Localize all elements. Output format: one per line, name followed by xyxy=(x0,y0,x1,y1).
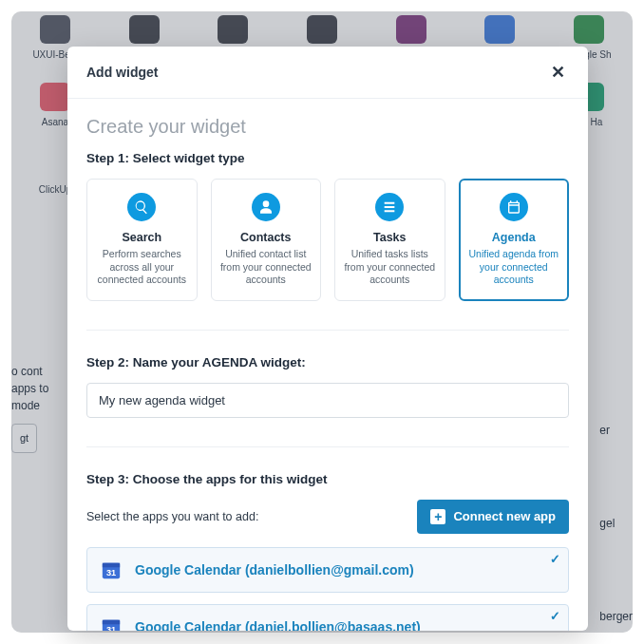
modal-subtitle: Create your widget xyxy=(86,116,569,138)
svg-text:31: 31 xyxy=(106,624,116,631)
apps-list: ✓31Google Calendar (danielbollien@gmail.… xyxy=(86,547,569,631)
checkmark-icon: ✓ xyxy=(550,552,560,566)
app-label: Google Calendar (daniel.bollien@basaas.n… xyxy=(135,619,421,631)
widget-type-search[interactable]: SearchPerform searches across all your c… xyxy=(86,179,198,301)
card-title: Contacts xyxy=(240,231,291,244)
card-desc: Unified tasks lists from your connected … xyxy=(343,248,437,287)
widget-name-input[interactable] xyxy=(86,383,569,418)
svg-rect-4 xyxy=(103,620,120,625)
google-calendar-icon: 31 xyxy=(101,559,122,580)
modal-header: Add widget ✕ xyxy=(67,47,588,99)
step3-subrow: Select the apps you want to add: + Conne… xyxy=(86,500,569,534)
google-calendar-icon: 31 xyxy=(101,616,122,631)
widget-type-cards: SearchPerform searches across all your c… xyxy=(86,179,569,301)
close-icon[interactable]: ✕ xyxy=(547,60,569,85)
checkmark-icon: ✓ xyxy=(550,609,560,623)
section-divider xyxy=(86,330,569,331)
step3-subtext: Select the apps you want to add: xyxy=(86,510,258,523)
widget-type-contacts[interactable]: ContactsUnified contact list from your c… xyxy=(211,179,322,301)
contacts-icon xyxy=(252,193,280,221)
card-desc: Unified agenda from your connected accou… xyxy=(467,248,561,287)
connect-button-label: Connect new app xyxy=(453,509,556,523)
step2-label: Step 2: Name your AGENDA widget: xyxy=(86,355,569,369)
card-title: Tasks xyxy=(373,231,407,244)
card-title: Search xyxy=(122,231,161,244)
tasks-icon xyxy=(375,193,404,221)
add-widget-modal: Add widget ✕ Create your widget Step 1: … xyxy=(67,47,588,631)
card-desc: Perform searches across all your connect… xyxy=(95,248,189,287)
modal-title: Add widget xyxy=(86,65,158,80)
svg-rect-1 xyxy=(103,563,120,568)
modal-body: Create your widget Step 1: Select widget… xyxy=(67,99,588,631)
section-divider xyxy=(86,446,569,447)
plus-icon: + xyxy=(430,509,445,524)
app-row[interactable]: ✓31Google Calendar (danielbollien@gmail.… xyxy=(86,547,569,593)
step1-label: Step 1: Select widget type xyxy=(86,151,569,165)
widget-type-tasks[interactable]: TasksUnified tasks lists from your conne… xyxy=(334,179,445,301)
app-row[interactable]: ✓31Google Calendar (daniel.bollien@basaa… xyxy=(86,604,569,631)
widget-type-agenda[interactable]: AgendaUnified agenda from your connected… xyxy=(459,179,570,301)
card-desc: Unified contact list from your connected… xyxy=(219,248,313,287)
agenda-icon xyxy=(500,193,528,221)
connect-new-app-button[interactable]: + Connect new app xyxy=(417,500,569,534)
step3-label: Step 3: Choose the apps for this widget xyxy=(86,472,569,486)
app-label: Google Calendar (danielbollien@gmail.com… xyxy=(135,562,414,578)
card-title: Agenda xyxy=(492,231,536,244)
search-icon xyxy=(127,193,156,221)
svg-text:31: 31 xyxy=(106,567,116,577)
